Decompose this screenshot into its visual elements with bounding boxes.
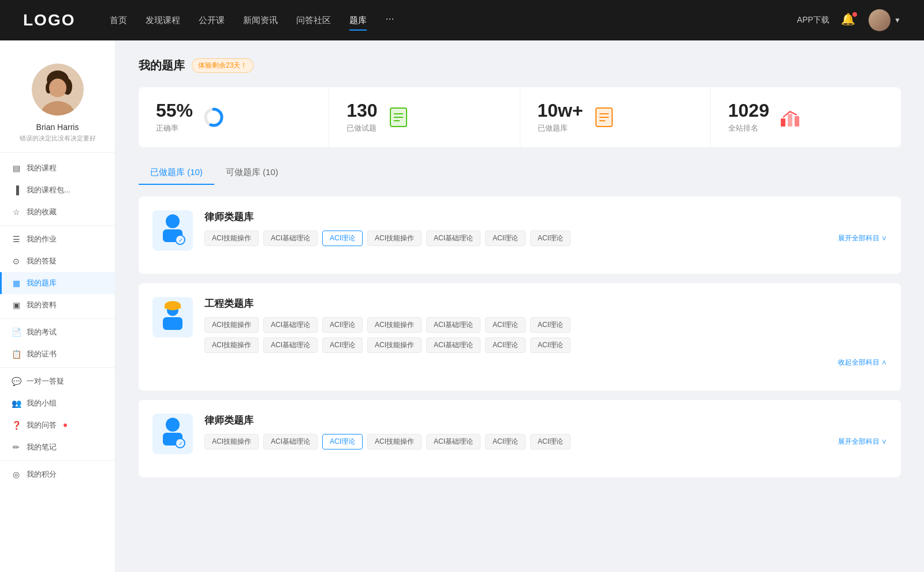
bank-tag[interactable]: ACI基础理论	[263, 317, 318, 333]
bank-icon-engineer	[152, 297, 193, 337]
menu-item-my-group[interactable]: 👥 我的小组	[0, 392, 115, 414]
bank-tag[interactable]: ACI技能操作	[367, 231, 422, 246]
menu-course-icon: ▤	[12, 164, 21, 173]
svg-rect-21	[795, 116, 799, 127]
bank-tags-lawyer-1: ACI技能操作 ACI基础理论 ACI理论 ACI技能操作 ACI基础理论 AC…	[204, 231, 887, 246]
svg-rect-19	[781, 118, 785, 127]
profile-avatar	[32, 64, 84, 116]
nav-open-course[interactable]: 公开课	[199, 13, 225, 28]
menu-question-icon: ❓	[12, 421, 21, 430]
nav-bank[interactable]: 题库	[349, 13, 367, 28]
nav-news[interactable]: 新闻资讯	[243, 13, 278, 28]
bank-tag[interactable]: ACI基础理论	[263, 434, 318, 450]
nav-bell[interactable]: 🔔	[841, 12, 857, 28]
bank-tag[interactable]: ACI理论	[485, 337, 526, 353]
bank-tag[interactable]: ACI技能操作	[204, 231, 259, 246]
bank-tag[interactable]: ACI基础理论	[426, 434, 480, 450]
bank-card-lawyer-2-header: ✓ 律师类题库 ACI技能操作 ACI基础理论 ACI理论 ACI技能操作 AC…	[152, 414, 887, 454]
bank-tag[interactable]: ACI基础理论	[263, 231, 318, 246]
bank-tag[interactable]: ACI理论	[530, 231, 571, 246]
bank-tags-engineer-row1: ACI技能操作 ACI基础理论 ACI理论 ACI技能操作 ACI基础理论 AC…	[204, 317, 887, 333]
bank-info-engineer: 工程类题库 ACI技能操作 ACI基础理论 ACI理论 ACI技能操作 ACI基…	[204, 297, 887, 367]
bank-collapse-engineer[interactable]: 收起全部科目 ∧	[204, 358, 887, 367]
nav-qa[interactable]: 问答社区	[296, 13, 331, 28]
menu-cert-label: 我的证书	[27, 349, 57, 359]
stat-rank: 1029 全站排名	[711, 87, 901, 147]
menu-item-my-cert[interactable]: 📋 我的证书	[0, 343, 115, 365]
bell-dot	[852, 12, 857, 17]
nav-avatar-image	[869, 9, 891, 31]
bank-tag-highlighted[interactable]: ACI理论	[322, 434, 363, 450]
bank-tag[interactable]: ACI技能操作	[367, 337, 422, 353]
bank-tag[interactable]: ACI理论	[530, 337, 571, 353]
nav-home[interactable]: 首页	[110, 13, 127, 28]
bank-tag-highlighted[interactable]: ACI理论	[322, 231, 363, 246]
bank-expand-lawyer-2[interactable]: 展开全部科目 ∨	[838, 437, 887, 447]
bank-tag[interactable]: ACI技能操作	[204, 317, 259, 333]
tab-done-banks[interactable]: 已做题库 (10)	[139, 161, 214, 184]
menu-item-my-data[interactable]: ▣ 我的资料	[0, 294, 115, 316]
menu-collection-icon: ☆	[12, 207, 21, 217]
sidebar: Brian Harris 错误的决定比没有决定要好 ▤ 我的课程 ▐ 我的课程包…	[0, 40, 116, 572]
bank-tag[interactable]: ACI技能操作	[367, 317, 422, 333]
menu-item-my-homework[interactable]: ☰ 我的作业	[0, 228, 115, 250]
menu-bank-icon: ▦	[12, 278, 21, 288]
bank-tag[interactable]: ACI技能操作	[367, 434, 422, 450]
menu-item-my-question[interactable]: ❓ 我的问答	[0, 414, 115, 436]
menu-item-my-notes[interactable]: ✏ 我的笔记	[0, 436, 115, 458]
bank-tag[interactable]: ACI基础理论	[426, 317, 480, 333]
menu-group-label: 我的小组	[27, 398, 57, 408]
menu-divider-2	[0, 318, 115, 319]
menu-item-my-qa[interactable]: ⊙ 我的答疑	[0, 250, 115, 272]
bank-card-lawyer-2: ✓ 律师类题库 ACI技能操作 ACI基础理论 ACI理论 ACI技能操作 AC…	[139, 400, 901, 477]
menu-item-my-points[interactable]: ◎ 我的积分	[0, 463, 115, 485]
bank-expand-lawyer-1[interactable]: 展开全部科目 ∨	[838, 233, 887, 243]
nav-avatar-wrap[interactable]: ▼	[869, 9, 901, 31]
page-header: 我的题库 体验剩余23天！	[139, 58, 901, 73]
menu-item-my-bank[interactable]: ▦ 我的题库	[0, 272, 115, 294]
svg-rect-30	[163, 317, 182, 330]
bank-tag[interactable]: ACI理论	[530, 317, 571, 333]
nav-more[interactable]: ···	[385, 13, 394, 28]
bank-tag[interactable]: ACI技能操作	[204, 434, 259, 450]
sidebar-menu: ▤ 我的课程 ▐ 我的课程包... ☆ 我的收藏 ☰ 我的作业 ⊙ 我的答疑 ▦	[0, 153, 115, 490]
bank-tag[interactable]: ACI理论	[322, 317, 363, 333]
nav-discover[interactable]: 发现课程	[146, 13, 180, 28]
menu-item-one-on-one[interactable]: 💬 一对一答疑	[0, 370, 115, 392]
menu-item-my-course-pkg[interactable]: ▐ 我的课程包...	[0, 179, 115, 201]
bank-tag[interactable]: ACI基础理论	[426, 337, 480, 353]
bank-card-lawyer-1-header: ✓ 律师类题库 ACI技能操作 ACI基础理论 ACI理论 ACI技能操作 AC…	[152, 210, 887, 251]
menu-data-icon: ▣	[12, 300, 21, 310]
menu-item-my-collection[interactable]: ☆ 我的收藏	[0, 201, 115, 223]
menu-homework-icon: ☰	[12, 235, 21, 244]
trial-badge: 体验剩余23天！	[192, 58, 254, 73]
bank-info-lawyer-2: 律师类题库 ACI技能操作 ACI基础理论 ACI理论 ACI技能操作 ACI基…	[204, 414, 887, 450]
bank-tag[interactable]: ACI理论	[322, 337, 363, 353]
stat-correct-rate-text: 55% 正确率	[156, 101, 193, 133]
menu-item-my-exam[interactable]: 📄 我的考试	[0, 321, 115, 343]
bank-tag[interactable]: ACI理论	[485, 434, 526, 450]
stat-questions-done-icon	[387, 106, 410, 129]
bank-tag[interactable]: ACI理论	[485, 317, 526, 333]
menu-divider-3	[0, 367, 115, 368]
nav-avatar	[869, 9, 891, 31]
navbar: LOGO 首页 发现课程 公开课 新闻资讯 问答社区 题库 ··· APP下载 …	[0, 0, 924, 40]
tab-available-banks[interactable]: 可做题库 (10)	[214, 161, 290, 184]
menu-divider-1	[0, 225, 115, 226]
nav-app-download[interactable]: APP下载	[797, 15, 829, 25]
bank-tag[interactable]: ACI基础理论	[263, 337, 318, 353]
bank-tag[interactable]: ACI技能操作	[204, 337, 259, 353]
profile-section: Brian Harris 错误的决定比没有决定要好	[0, 52, 115, 153]
bank-tag[interactable]: ACI基础理论	[426, 231, 480, 246]
stat-banks-done-icon	[593, 106, 616, 129]
svg-text:✓: ✓	[178, 440, 183, 447]
bank-tag[interactable]: ACI理论	[485, 231, 526, 246]
bank-tag[interactable]: ACI理论	[530, 434, 571, 450]
stat-banks-done: 10w+ 已做题库	[520, 87, 711, 147]
menu-qa-label: 我的答疑	[27, 256, 57, 266]
stat-questions-done: 130 已做试题	[329, 87, 520, 147]
nav-logo: LOGO	[23, 11, 75, 29]
menu-item-my-course[interactable]: ▤ 我的课程	[0, 157, 115, 179]
menu-course-pkg-label: 我的课程包...	[27, 185, 70, 195]
main-content: 我的题库 体验剩余23天！ 55% 正确率	[116, 40, 924, 572]
